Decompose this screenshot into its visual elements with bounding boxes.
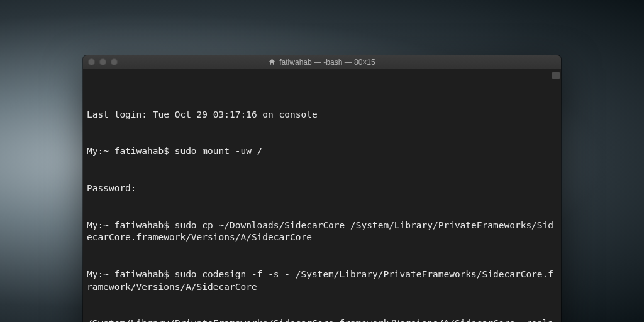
window-title: fatiwahab — -bash — 80×15 — [83, 58, 561, 67]
home-icon — [269, 58, 275, 65]
scrollbar-corner[interactable] — [552, 72, 560, 79]
traffic-lights — [88, 58, 118, 65]
close-button[interactable] — [88, 58, 95, 65]
window-title-text: fatiwahab — -bash — 80×15 — [279, 58, 375, 67]
terminal-line: Last login: Tue Oct 29 03:17:16 on conso… — [87, 109, 557, 121]
zoom-button[interactable] — [111, 58, 118, 65]
desktop-background: fatiwahab — -bash — 80×15 Last login: Tu… — [0, 0, 644, 322]
minimize-button[interactable] — [99, 58, 106, 65]
terminal-line: Password: — [87, 182, 557, 195]
terminal-content[interactable]: Last login: Tue Oct 29 03:17:16 on conso… — [83, 69, 561, 322]
terminal-window: fatiwahab — -bash — 80×15 Last login: Tu… — [83, 55, 561, 322]
title-bar[interactable]: fatiwahab — -bash — 80×15 — [83, 55, 561, 69]
terminal-line: My:~ fatiwahab$ sudo cp ~/Downloads/Side… — [87, 219, 557, 244]
terminal-line: /System/Library/PrivateFrameworks/Sideca… — [87, 318, 557, 322]
terminal-line: My:~ fatiwahab$ sudo codesign -f -s - /S… — [87, 269, 557, 293]
terminal-line: My:~ fatiwahab$ sudo mount -uw / — [87, 145, 557, 158]
